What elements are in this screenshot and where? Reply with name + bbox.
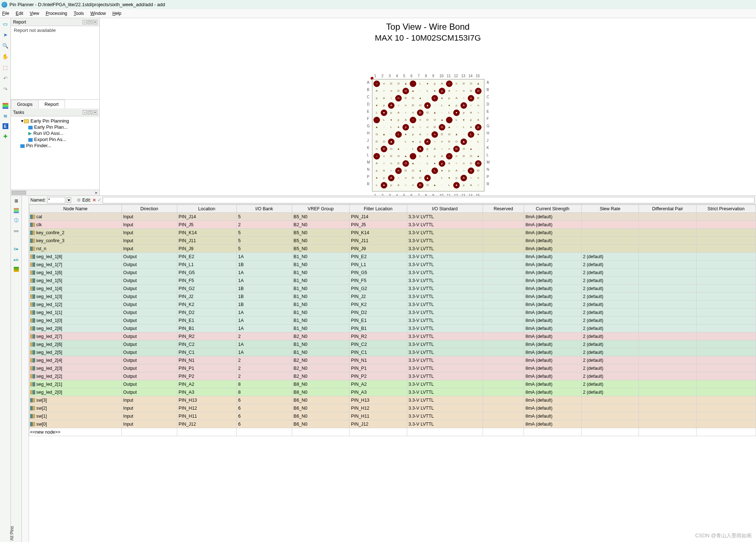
chip-cell[interactable]: ▲ [373,124,380,131]
cell[interactable]: 8mA (default) [524,221,582,229]
chip-view[interactable]: Top View - Wire Bond MAX 10 - 10M02SCM15… [100,18,756,195]
cell[interactable]: PIN_K2 [350,301,407,309]
cell[interactable]: 3.3-V LVTTL [407,412,483,420]
cell[interactable]: B8_N0 [292,380,350,388]
cell[interactable]: 2 (default) [581,340,639,348]
chip-cell[interactable]: O [439,124,445,131]
cell[interactable]: PIN_G5 [177,269,236,277]
chip-cell[interactable]: p [439,88,445,94]
chip-cell[interactable]: p [446,167,453,174]
chip-cell[interactable]: D [395,88,402,94]
chip-cell[interactable]: · [453,124,460,131]
cell[interactable]: 8mA (default) [524,253,582,261]
cell[interactable]: PIN_F5 [177,277,236,285]
cell[interactable] [483,301,524,309]
cell[interactable]: PIN_E1 [350,316,407,324]
chip-cell[interactable]: · [417,160,424,167]
table-row[interactable]: seg_led_2[3]OutputPIN_P12B2_N0PIN_P13.3-… [29,364,756,372]
cell[interactable]: 3.3-V LVTTL [407,364,483,372]
cell[interactable] [696,309,756,316]
cell[interactable]: B6_N0 [292,396,350,404]
chip-cell[interactable]: L [431,167,438,174]
chip-cell[interactable]: p [417,138,424,145]
chip-cell[interactable]: · [424,95,431,102]
tool-report-icon[interactable]: ▭ [2,20,9,28]
menu-file[interactable]: File [2,11,9,16]
edit-clear-icon[interactable]: ✕ [92,198,96,203]
chip-cell[interactable]: L [402,138,409,145]
chip-cell[interactable]: ▲ [424,175,431,181]
chip-cell[interactable]: D [388,80,394,87]
cell[interactable] [483,324,524,332]
chip-cell[interactable]: A [460,102,467,109]
cell[interactable]: Output [121,348,177,356]
chip-cell[interactable]: D [460,80,467,87]
tool-hand-icon[interactable]: ✋ [2,53,9,60]
cell[interactable] [483,420,524,428]
task-item[interactable]: Export Pin As... [12,136,98,142]
table-row[interactable]: seg_led_1[6]OutputPIN_G51AB1_N0PIN_G53.3… [29,269,756,277]
cell[interactable] [483,412,524,420]
table-row[interactable]: seg_led_1[3]OutputPIN_J21BB1_N0PIN_J23.3… [29,293,756,301]
cell[interactable] [639,293,697,301]
col-header-reserved[interactable]: Reserved [483,205,524,213]
chip-cell[interactable]: n [381,153,387,160]
cell[interactable]: 3.3-V LVTTL [407,388,483,396]
cell[interactable]: 2 (default) [581,324,639,332]
menu-tools[interactable]: Tools [74,11,84,16]
chip-cell[interactable]: ● [410,138,416,145]
cell[interactable]: 8mA (default) [524,364,582,372]
col-header-slew-rate[interactable]: Slew Rate [581,205,639,213]
col-header-differential-pair[interactable]: Differential Pair [639,205,697,213]
chip-cell[interactable]: ▲ [424,102,431,109]
chip-cell[interactable]: ▲ [417,95,424,102]
chip-cell[interactable]: n [460,160,467,167]
cell[interactable]: Output [121,324,177,332]
cell[interactable]: 8mA (default) [524,285,582,293]
cell[interactable]: 8 [236,380,292,388]
cell[interactable]: B2_N0 [292,372,350,380]
cell[interactable]: 8mA (default) [524,309,582,316]
cell[interactable]: seg_led_2[7] [29,332,122,340]
chip-cell[interactable]: ○ [424,131,431,138]
cell[interactable]: PIN_C2 [350,340,407,348]
cell[interactable] [483,332,524,340]
cell[interactable] [581,396,639,404]
table-row[interactable]: seg_led_1[2]OutputPIN_K21BB1_N0PIN_K23.3… [29,301,756,309]
cell[interactable]: 1B [236,293,292,301]
cell[interactable] [696,332,756,340]
named-dropdown-icon[interactable]: ▾ [67,197,71,203]
cell[interactable] [639,380,697,388]
table-row[interactable]: key_confire_3InputPIN_J115B5_N0PIN_J113.… [29,237,756,245]
chip-cell[interactable]: ○ [402,109,409,116]
cell[interactable] [483,364,524,372]
chip-cell[interactable]: O [410,95,416,102]
cell[interactable] [696,404,756,412]
cell[interactable]: Output [121,356,177,364]
cell[interactable] [696,324,756,332]
cell[interactable] [696,253,756,261]
cell[interactable]: B5_N0 [292,237,350,245]
chip-cell[interactable]: · [424,167,431,174]
cell[interactable]: PIN_H12 [350,404,407,412]
cell[interactable]: Output [121,372,177,380]
cell[interactable] [696,356,756,364]
cell[interactable]: PIN_D2 [350,309,407,316]
chip-cell[interactable]: L [373,182,380,189]
chip-cell[interactable]: p [453,102,460,109]
cell[interactable] [696,301,756,309]
cell[interactable]: PIN_E1 [177,316,236,324]
panel-close-icon[interactable]: × [93,20,97,24]
chip-cell[interactable]: p [373,95,380,102]
chip-cell[interactable]: ▲ [410,88,416,94]
cell[interactable]: 3.3-V LVTTL [407,356,483,364]
cell[interactable] [483,396,524,404]
cell[interactable]: seg_led_1[7] [29,261,122,269]
cell[interactable]: PIN_E2 [350,253,407,261]
gtool-grid-icon[interactable]: ⊞ [13,197,20,204]
chip-cell[interactable]: L [431,95,438,102]
cell[interactable] [483,340,524,348]
table-row[interactable]: seg_led_2[0]OutputPIN_A38B8_N0PIN_A33.3-… [29,388,756,396]
cell[interactable]: 1A [236,269,292,277]
cell[interactable] [639,420,697,428]
